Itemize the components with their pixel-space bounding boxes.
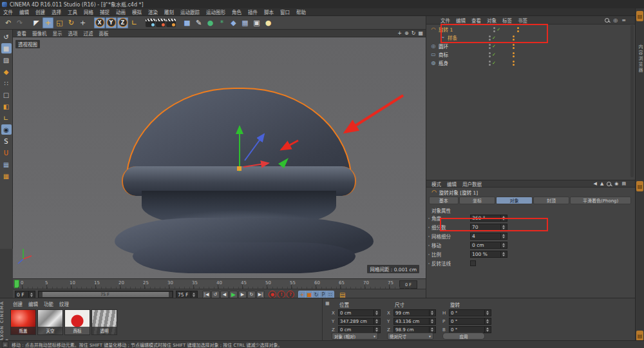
material-menu-item[interactable]: 创建 bbox=[13, 300, 23, 307]
viewport-menu-item[interactable]: 过滤 bbox=[84, 30, 93, 37]
polygons-mode-button[interactable]: ◧ bbox=[1, 101, 12, 111]
enable-axis-modification-button[interactable]: ◉ bbox=[1, 124, 12, 135]
size-mode-dropdown[interactable]: 绝对尺寸 bbox=[387, 333, 433, 340]
history-up-icon[interactable]: ▲ bbox=[600, 181, 603, 186]
lock-y-axis-button[interactable]: Y bbox=[106, 17, 117, 28]
object-row[interactable]: ~样条✓ bbox=[426, 34, 635, 42]
material-thumbnail[interactable]: 瓶盖 bbox=[10, 309, 36, 335]
spinner-icon[interactable] bbox=[484, 327, 489, 333]
workplane-locked-button[interactable]: ▦ bbox=[1, 159, 12, 169]
animatable-dot-icon[interactable]: • bbox=[426, 252, 431, 256]
menubar-item[interactable]: 帮助 bbox=[296, 8, 306, 15]
visibility-dots-icon[interactable] bbox=[493, 27, 495, 32]
texture-mode-button[interactable]: ▨ bbox=[1, 55, 12, 65]
tag-dots-icon[interactable] bbox=[513, 52, 515, 57]
tab-封顶[interactable]: 封顶 bbox=[533, 197, 570, 204]
spinner-icon[interactable] bbox=[191, 291, 196, 298]
material-thumbnail[interactable]: 天空 bbox=[37, 309, 63, 335]
gizmo-z-axis[interactable] bbox=[245, 134, 264, 160]
view-label[interactable]: 透视视图 bbox=[15, 40, 40, 48]
menubar-item[interactable]: 捕捉 bbox=[100, 8, 109, 15]
scale-tool-button[interactable]: ◱ bbox=[54, 17, 65, 28]
object-manager-menu-item[interactable]: 标签 bbox=[502, 17, 512, 24]
layout-icon[interactable]: ▤ bbox=[621, 181, 626, 186]
search-icon[interactable] bbox=[605, 18, 609, 23]
material-thumbnail[interactable]: 透明 bbox=[91, 309, 117, 335]
enabled-check-icon[interactable]: ✓ bbox=[497, 27, 500, 32]
attribute-field[interactable]: 70 bbox=[470, 224, 507, 231]
tab-平滑着色(Phong)[interactable]: 平滑着色(Phong) bbox=[570, 197, 631, 204]
add-spline-button[interactable]: ✎ bbox=[193, 17, 204, 28]
viewport-menu-item[interactable]: 显示 bbox=[53, 30, 62, 37]
attribute-field[interactable]: 360 ° bbox=[470, 215, 507, 222]
range-start-handle[interactable] bbox=[39, 292, 43, 297]
rotate-tool-button[interactable]: ↻ bbox=[66, 17, 77, 28]
attribute-field[interactable]: 0 cm bbox=[470, 242, 507, 249]
object-row[interactable]: ◍瓶身✓ bbox=[426, 59, 635, 67]
viewport-menu-item[interactable]: 选项 bbox=[68, 30, 78, 37]
attribute-checkbox[interactable] bbox=[470, 260, 476, 266]
render-picture-viewer-button[interactable] bbox=[156, 19, 166, 27]
key-position-toggle[interactable]: + bbox=[299, 291, 305, 298]
menubar-item[interactable]: 创建 bbox=[35, 8, 45, 15]
lock-z-axis-button[interactable]: Z bbox=[117, 17, 128, 28]
menubar-item[interactable]: 运动图形 bbox=[206, 8, 225, 15]
search-icon[interactable] bbox=[607, 182, 611, 186]
object-manager-menu-item[interactable]: 编辑 bbox=[456, 17, 466, 24]
points-mode-button[interactable]: ∷ bbox=[1, 78, 12, 88]
attribute-menu-item[interactable]: 模式 bbox=[431, 180, 441, 188]
workplane-tool-button[interactable]: ◆ bbox=[1, 66, 12, 77]
range-end-handle[interactable] bbox=[169, 292, 172, 297]
spinner-icon[interactable] bbox=[374, 327, 379, 333]
attribute-field[interactable]: 4 bbox=[470, 233, 507, 240]
material-menu-item[interactable]: 纹理 bbox=[59, 300, 69, 307]
menubar-item[interactable]: 脚本 bbox=[264, 8, 274, 15]
dock-tab-icon[interactable]: ▤ bbox=[636, 11, 643, 21]
menubar-item[interactable]: 运动跟踪 bbox=[180, 8, 200, 15]
spinner-icon[interactable] bbox=[500, 233, 506, 239]
visibility-dots-icon[interactable] bbox=[489, 44, 491, 49]
object-row[interactable]: ◠旋转 1✓ bbox=[426, 25, 635, 34]
menubar-item[interactable]: 角色 bbox=[232, 8, 242, 15]
zoom-view-icon[interactable]: ⊕ bbox=[404, 30, 409, 36]
add-light-button[interactable]: ● bbox=[263, 17, 274, 28]
add-cube-object-button[interactable]: ■ bbox=[182, 17, 193, 28]
axis-mode-button[interactable]: ∟ bbox=[1, 113, 12, 123]
enabled-check-icon[interactable]: ✓ bbox=[492, 44, 496, 49]
tag-dots-icon[interactable] bbox=[517, 27, 519, 32]
move-tool-button[interactable]: + bbox=[43, 17, 53, 28]
object-manager-menu-item[interactable]: 文件 bbox=[440, 17, 450, 24]
viewport-menu-item[interactable]: 摄像机 bbox=[32, 30, 47, 37]
tab-基本[interactable]: 基本 bbox=[429, 197, 459, 204]
spinner-icon[interactable] bbox=[500, 215, 506, 221]
object-manager-menu-item[interactable]: 查看 bbox=[471, 17, 481, 24]
dock-tab-icon[interactable]: ▤ bbox=[636, 331, 643, 341]
toggle-views-icon[interactable]: ▦ bbox=[418, 30, 423, 36]
edges-mode-button[interactable]: □ bbox=[1, 90, 12, 100]
material-thumbnail[interactable]: 商标 bbox=[64, 309, 90, 335]
coordinate-field[interactable]: 0 ° bbox=[449, 309, 491, 316]
apply-button[interactable]: 应用 bbox=[442, 333, 485, 340]
menubar-item[interactable]: 模拟 bbox=[132, 8, 142, 15]
menubar-item[interactable]: 文件 bbox=[3, 8, 13, 15]
attribute-menu-item[interactable]: 用户数据 bbox=[462, 180, 482, 188]
spinner-icon[interactable] bbox=[374, 318, 379, 324]
material-menu-item[interactable]: 编辑 bbox=[28, 300, 38, 307]
preview-range-bar[interactable]: 75 F bbox=[39, 292, 172, 297]
coordinate-mode-dropdown[interactable]: 对象 (相对) bbox=[332, 333, 378, 340]
menubar-item[interactable]: 工具 bbox=[68, 8, 77, 15]
viewport-menu-item[interactable]: 面板 bbox=[99, 30, 109, 37]
tag-dots-icon[interactable] bbox=[513, 61, 515, 66]
snap-magnet-button[interactable]: U bbox=[1, 148, 12, 158]
dock-tab-label[interactable]: 内容浏览器 bbox=[637, 44, 643, 73]
lock-x-axis-button[interactable]: X bbox=[94, 17, 105, 28]
enabled-check-icon[interactable]: ✓ bbox=[492, 35, 496, 41]
gizmo-x-axis[interactable] bbox=[243, 163, 269, 167]
key-pla-toggle[interactable]: ∷ bbox=[327, 291, 334, 298]
coordinate-field[interactable]: 0 ° bbox=[449, 318, 491, 325]
path-icon[interactable]: ◎ bbox=[613, 17, 618, 23]
object-manager-menu-item[interactable]: 书签 bbox=[518, 17, 527, 24]
animatable-dot-icon[interactable]: • bbox=[426, 261, 431, 266]
gizmo-plane-handle[interactable] bbox=[278, 158, 289, 168]
object-row[interactable]: ▭商标✓ bbox=[426, 50, 635, 59]
